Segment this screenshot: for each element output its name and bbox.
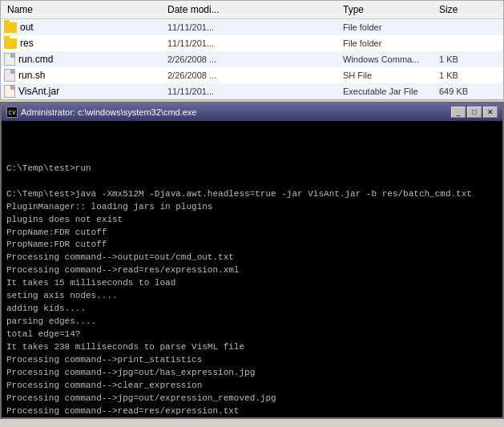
folder-icon [4,22,17,33]
cmd-line: parsing edges.... [6,316,498,328]
file-size: 1 KB [436,70,500,80]
cmd-title: Administrator: c:\windows\system32\cmd.e… [21,107,196,117]
cmd-line: seting axis nodes.... [6,290,498,303]
cmd-line: PropName:FDR cutoff [6,227,498,240]
cmd-line [6,175,498,188]
cmd-line: total edge=14? [6,328,498,341]
cmd-icon: cv [6,107,18,118]
restore-button[interactable]: □ [467,107,482,118]
file-row[interactable]: run.sh 2/26/2008 ... SH File 1 KB [1,67,503,83]
file-row[interactable]: run.cmd 2/26/2008 ... Windows Comma... 1… [1,51,503,67]
col-name[interactable]: Name [4,2,164,17]
cmd-line: PropName:FDR cutoff [6,239,498,252]
file-name-cell: run.cmd [4,53,164,66]
cmd-line: Processing command-->read=res/expression… [6,264,498,277]
file-size: 1 KB [436,54,500,64]
cmd-line: PluginManager:: loading jars in plugins [6,201,498,214]
file-size: 649 KB [436,87,500,96]
file-rows-container: out 11/11/201... File folder res 11/11/2… [1,19,503,99]
cmd-line: C:\Temp\test>run [6,163,498,175]
cmd-line: Processing command-->print_statistics [6,354,498,367]
file-row[interactable]: res 11/11/201... File folder [1,35,503,51]
titlebar-left: cv Administrator: c:\windows\system32\cm… [6,107,196,118]
file-name-label: res [20,38,34,49]
file-date: 2/26/2008 ... [164,54,340,64]
file-icon [4,53,15,66]
file-date: 11/11/201... [164,22,340,32]
cmd-line: Processing command-->output=out/cmd_out.… [6,252,498,264]
minimize-button[interactable]: _ [451,107,466,118]
cmd-line: Processing command-->jpg=out/has_express… [6,367,498,380]
file-type: Executable Jar File [340,87,436,96]
file-row[interactable]: VisAnt.jar 11/11/201... Executable Jar F… [1,83,503,99]
cmd-line: adding kids.... [6,303,498,316]
file-name-label: run.cmd [18,54,53,65]
cmd-body[interactable]: C:\Temp\test>run C:\Temp\test>java -Xmx5… [2,121,502,417]
cmd-window: cv Administrator: c:\windows\system32\cm… [0,102,504,419]
file-row[interactable]: out 11/11/201... File folder [1,19,503,35]
col-type[interactable]: Type [340,2,436,17]
cmd-line: It takes 15 milliseconds to load [6,277,498,290]
titlebar-buttons[interactable]: _ □ ✕ [451,107,498,118]
cmd-icon-text: cv [8,109,16,116]
cmd-line: Processing command-->clear_expression [6,380,498,393]
file-name-label: VisAnt.jar [18,86,59,97]
cmd-line: C:\Temp\test>java -Xmx512M -Djava.awt.he… [6,188,498,201]
file-name-cell: res [4,38,164,49]
col-size[interactable]: Size [436,2,500,17]
file-type: File folder [340,22,436,32]
cmd-line: It takes 238 milliseconds to parse VisML… [6,341,498,354]
col-date[interactable]: Date modi... [164,2,340,17]
file-type: Windows Comma... [340,54,436,64]
file-name-label: run.sh [18,70,45,81]
file-date: 11/11/201... [164,38,340,48]
cmd-line: plugins does not exist [6,214,498,227]
file-date: 11/11/201... [164,87,340,96]
file-name-cell: out [4,22,164,33]
file-type: SH File [340,70,436,80]
cmd-line: Processing command-->read=res/expression… [6,405,498,417]
file-explorer: Name Date modi... Type Size out 11/11/20… [0,0,504,100]
file-name-cell: run.sh [4,69,164,82]
file-date: 2/26/2008 ... [164,70,340,80]
cmd-titlebar: cv Administrator: c:\windows\system32\cm… [2,103,502,121]
file-header: Name Date modi... Type Size [1,1,503,19]
file-icon [4,85,15,98]
file-name-cell: VisAnt.jar [4,85,164,98]
close-button[interactable]: ✕ [483,107,498,118]
cmd-line: Processing command-->jpg=out/expression_… [6,393,498,405]
file-icon [4,69,15,82]
file-type: File folder [340,38,436,48]
folder-icon [4,38,17,49]
file-name-label: out [20,22,34,33]
